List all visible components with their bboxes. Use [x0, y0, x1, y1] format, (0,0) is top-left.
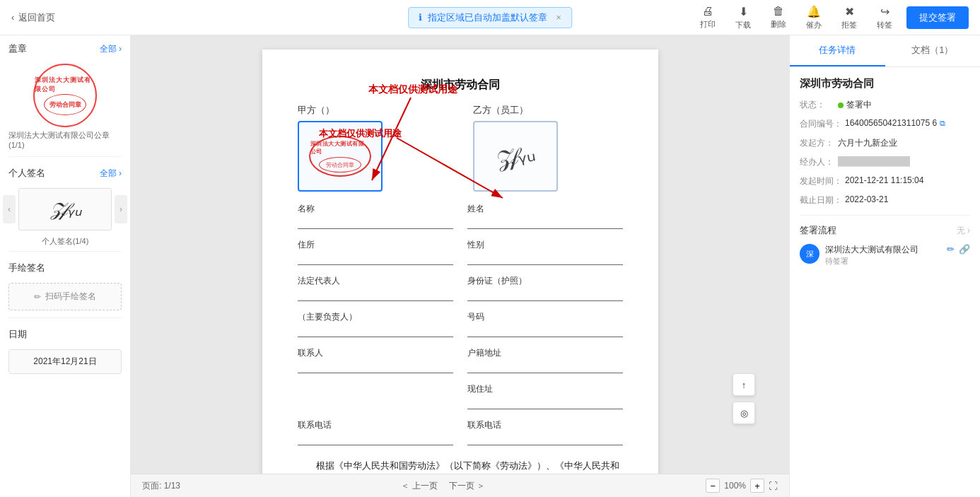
sig-prev-btn[interactable]: ‹ — [3, 195, 16, 223]
zoom-out-btn[interactable]: − — [706, 479, 720, 493]
flow-action-icons: ✏ 🔗 — [947, 244, 970, 255]
party-a-box: 甲方（） 深圳法大大测试有限公司 劳动合同章 — [298, 104, 448, 192]
company-seal-stamp[interactable]: 深圳法大大测试有限公司 劳动合同章 — [33, 64, 97, 127]
personal-sig-title: 个人签名 — [8, 167, 45, 180]
personal-all-btn[interactable]: 全部 › — [100, 168, 122, 180]
main-layout: 盖章 全部 › 深圳法大大测试有限公司 劳动合同章 深圳法大大测试有限公司公章(… — [0, 35, 980, 497]
download-btn[interactable]: ⬇ 下载 — [730, 2, 757, 33]
form-row-5: 联系人 户籍地址 — [298, 347, 623, 373]
info-icon: ℹ — [419, 12, 422, 23]
contract-num-value: 164005650421311075 6 ⧉ — [845, 118, 945, 128]
flow-company-name: 深圳法大大测试有限公司 — [825, 244, 941, 256]
seal-label: 深圳法大大测试有限公司公章(1/1) — [8, 130, 122, 149]
doc-scroll[interactable]: 本文档仅供测试用途 本文档仅供测试用途 深 — [131, 35, 789, 474]
manager-value: ████████████ — [838, 156, 910, 166]
reject-btn[interactable]: ✖ 拒签 — [836, 2, 863, 33]
flow-title-text: 签署流程 — [800, 224, 836, 237]
back-arrow-icon: ‹ — [11, 12, 14, 23]
form-row-1: 名称 姓名 — [298, 203, 623, 229]
personal-sig-header: 个人签名 全部 › — [0, 160, 130, 184]
submit-sign-btn[interactable]: 提交签署 — [906, 6, 969, 29]
divider-3 — [8, 317, 122, 318]
seal-all-btn[interactable]: 全部 › — [100, 43, 122, 55]
seal-section-title: 盖章 — [8, 42, 27, 55]
transfer-btn[interactable]: ↪ 转签 — [871, 2, 898, 33]
info-row-status: 状态： 签署中 — [800, 99, 970, 111]
zoom-level: 100% — [724, 481, 746, 491]
field-domicile: 户籍地址 — [467, 347, 623, 373]
doc-footer: 页面: 1/13 ＜ 上一页 下一页 ＞ − 100% + ⛶ — [131, 474, 789, 497]
sidebar: 盖章 全部 › 深圳法大大测试有限公司 劳动合同章 深圳法大大测试有限公司公章(… — [0, 35, 131, 497]
copy-contract-num-btn[interactable]: ⧉ — [940, 119, 945, 128]
handwrite-scan-btn[interactable]: ✏ 扫码手绘签名 — [8, 283, 122, 310]
tab-task-detail[interactable]: 任务详情 — [790, 35, 885, 66]
zoom-fit-btn[interactable]: ⛶ — [769, 481, 778, 491]
tab-doc[interactable]: 文档（1） — [885, 35, 981, 66]
handwrite-header: 手绘签名 — [0, 255, 130, 279]
toolbar: ‹ 返回首页 ℹ 指定区域已自动加盖默认签章 × 🖨 打印 ⬇ 下载 🗑 删除 … — [0, 0, 980, 35]
party-b-box: 乙方（员工） 𝒵𝒻ᵧᵤ — [473, 104, 623, 192]
right-panel: 任务详情 文档（1） 深圳市劳动合同 状态： 签署中 合同编号： 1640056… — [789, 35, 980, 497]
compass-btn[interactable]: ◎ — [733, 402, 755, 424]
sig-preview[interactable]: 𝒵𝒻ᵧᵤ — [18, 188, 112, 230]
right-content: 深圳市劳动合同 状态： 签署中 合同编号： 164005650421311075… — [790, 67, 980, 497]
personal-sig-label: 个人签名(1/4) — [0, 235, 130, 248]
manager-label: 经办人： — [800, 156, 835, 168]
section-divider — [800, 215, 970, 216]
notification-text: 指定区域已自动加盖默认签章 — [428, 11, 547, 24]
field-name: 名称 — [298, 203, 453, 229]
flow-avatar: 深 — [800, 244, 819, 264]
doc-body-text: 根据《中华人民共和国劳动法》（以下简称《劳动法》）、《中华人民共和国劳动合同法》… — [298, 457, 623, 474]
handwrite-section: ✏ 扫码手绘签名 — [0, 279, 130, 315]
company-seal-item[interactable]: 深圳法大大测试有限公司 劳动合同章 深圳法大大测试有限公司公章(1/1) — [0, 59, 130, 153]
notification-close-btn[interactable]: × — [556, 12, 561, 23]
handwrite-title: 手绘签名 — [8, 262, 45, 274]
deadline-label: 截止日期： — [800, 194, 842, 206]
sig-next-btn[interactable]: › — [115, 195, 127, 223]
info-row-send-time: 发起时间： 2021-12-21 11:15:04 — [800, 175, 970, 187]
flow-link-icon[interactable]: 🔗 — [959, 244, 970, 255]
field-main-person: （主要负责人） — [298, 311, 453, 337]
print-btn[interactable]: 🖨 打印 — [694, 2, 721, 33]
print-label: 打印 — [700, 19, 716, 30]
deadline-value: 2022-03-21 — [845, 194, 888, 204]
pen-icon: ✏ — [34, 292, 41, 302]
status-dot — [838, 103, 844, 108]
field-id: 身份证（护照） — [467, 275, 623, 301]
contract-title: 深圳市劳动合同 — [800, 77, 970, 90]
date-header: 日期 — [0, 321, 130, 345]
doc-title: 深圳市劳动合同 — [298, 78, 623, 93]
remind-btn[interactable]: 🔔 催办 — [800, 2, 827, 33]
remind-label: 催办 — [806, 20, 822, 30]
zoom-in-btn[interactable]: + — [750, 479, 764, 493]
handwrite-btn-label: 扫码手绘签名 — [45, 291, 96, 303]
download-icon: ⬇ — [739, 5, 748, 18]
back-home-btn[interactable]: ‹ 返回首页 — [11, 11, 55, 24]
scroll-top-btn[interactable]: ↑ — [733, 373, 755, 396]
field-legal-rep: 法定代表人 — [298, 275, 453, 301]
date-value-box[interactable]: 2021年12月21日 — [8, 349, 122, 374]
form-row-7: 联系电话 联系电话 — [298, 419, 623, 445]
form-row-2: 住所 性别 — [298, 239, 623, 265]
right-tabs: 任务详情 文档（1） — [790, 35, 980, 67]
doc-footer-nav: ＜ 上一页 下一页 ＞ — [401, 480, 485, 492]
status-label: 状态： — [800, 99, 835, 111]
prev-page-btn[interactable]: ＜ 上一页 — [401, 480, 437, 492]
sender-label: 发起方： — [800, 137, 835, 149]
info-row-manager: 经办人： ████████████ — [800, 156, 970, 168]
flow-edit-icon[interactable]: ✏ — [947, 244, 955, 255]
field-contact: 联系人 — [298, 347, 453, 373]
delete-btn[interactable]: 🗑 删除 — [765, 2, 792, 33]
status-value: 签署中 — [838, 99, 872, 111]
back-home-label: 返回首页 — [18, 11, 55, 24]
form-fields: 名称 姓名 住所 — [298, 203, 623, 445]
field-blank — [298, 383, 453, 409]
form-row-4: （主要负责人） 号码 — [298, 311, 623, 337]
date-title: 日期 — [8, 328, 27, 341]
next-page-btn[interactable]: 下一页 ＞ — [449, 480, 485, 492]
form-row-6: 现住址 — [298, 383, 623, 409]
reject-icon: ✖ — [845, 5, 854, 18]
party-b-signature: 𝒵𝒻ᵧᵤ — [494, 139, 538, 173]
flow-item-1: 深 深圳法大大测试有限公司 待签署 ✏ 🔗 — [800, 244, 970, 267]
info-row-contract-num: 合同编号： 164005650421311075 6 ⧉ — [800, 118, 970, 130]
